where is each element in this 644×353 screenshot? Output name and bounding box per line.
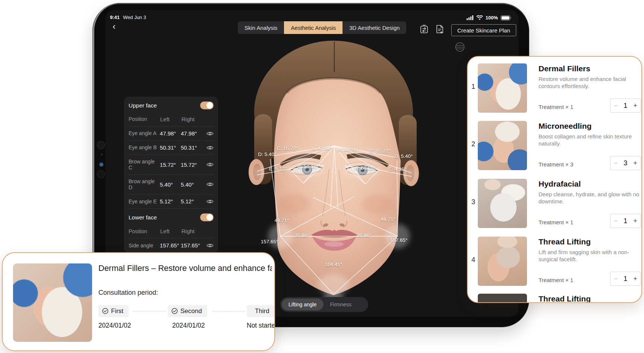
col-right: Right: [181, 116, 208, 122]
treatment-name: Hydrafacial: [539, 179, 581, 188]
minus-button[interactable]: −: [614, 102, 618, 110]
treatment-index: 3: [468, 198, 478, 206]
visibility-icon[interactable]: [206, 145, 214, 150]
minus-button[interactable]: −: [614, 159, 618, 167]
step-connector: [133, 311, 166, 312]
visibility-icon[interactable]: [206, 162, 214, 167]
row-left-value: 15.72°: [160, 162, 181, 168]
treatment-photo: [478, 121, 527, 170]
upper-table-header: Position Left Right: [129, 113, 214, 126]
minus-button[interactable]: −: [614, 275, 618, 283]
treatment-item[interactable]: 1 Dermal Fillers Restore volume and enha…: [468, 63, 642, 119]
tab-aesthetic-analysis[interactable]: Aesthetic Analysis: [284, 21, 342, 34]
plus-button[interactable]: +: [633, 217, 637, 225]
treatment-photo: [478, 179, 527, 228]
col-position: Position: [129, 116, 160, 122]
angle-label: C: 15.72°: [277, 146, 298, 151]
quantity-value: 1: [624, 275, 627, 283]
visibility-icon[interactable]: [206, 199, 214, 204]
row-right-value: 47.98°: [181, 130, 206, 137]
angle-label: D: 5.40°: [395, 153, 413, 159]
treatment-index: 4: [468, 256, 478, 264]
quantity-stepper: − 1 +: [610, 99, 641, 113]
face-mesh-toggle-icon[interactable]: [455, 42, 465, 52]
wifi-icon: [476, 15, 483, 20]
tab-firmness[interactable]: Firmness: [323, 299, 359, 310]
minus-button[interactable]: −: [614, 217, 618, 225]
page: 9:41 Wed Jun 3 100%: [0, 0, 644, 353]
row-label: Brow angle D: [129, 178, 160, 190]
analysis-tab-bar: Skin Analysis Aesthetic Analysis 3D Aest…: [238, 21, 406, 34]
period-step-second[interactable]: Second: [168, 305, 207, 317]
create-skincare-plan-button[interactable]: Create Skincare Plan: [451, 24, 516, 36]
table-row: Eye angle A 47.98° 47.98°: [129, 126, 214, 141]
row-left-value: 5.12°: [160, 198, 181, 204]
status-bar-left: 9:41 Wed Jun 3: [110, 15, 146, 20]
treatment-name: Microneedling: [539, 122, 591, 131]
lower-face-toggle[interactable]: [200, 213, 214, 221]
table-row: Brow angle C 15.72° 15.72°: [129, 155, 214, 175]
treatment-photo-large: [13, 263, 92, 342]
angle-label: A: 48.71°: [337, 147, 358, 153]
visibility-icon[interactable]: [206, 131, 214, 136]
treatment-item[interactable]: 3 Hydrafacial Deep cleanse, hydrate, and…: [468, 179, 642, 235]
angle-label: 48.71°: [274, 218, 289, 223]
treatment-description: Lift and firm sagging skin with a non-su…: [539, 249, 641, 263]
col-left: Left: [160, 228, 181, 234]
col-right: Right: [181, 228, 208, 234]
cellular-signal-icon: [467, 15, 474, 20]
treatment-photo: [478, 63, 527, 113]
compare-report-icon[interactable]: [419, 24, 429, 34]
treatment-name: Thread Lifting: [539, 237, 591, 246]
overlay-mode-tabs: Lifting angle Firmness: [280, 297, 368, 312]
row-label: Brow angle C: [129, 159, 160, 171]
tab-skin-analysis[interactable]: Skin Analysis: [238, 21, 284, 34]
period-date: 2024/01/02: [98, 322, 131, 329]
clock: 9:41: [110, 15, 120, 20]
plus-button[interactable]: +: [633, 275, 637, 283]
front-camera-lens-2: [97, 170, 105, 178]
sensor-dot: [101, 153, 103, 156]
angle-label: 157.65°: [390, 237, 408, 243]
table-row: Eye angle B 50.31° 50.31°: [129, 141, 214, 155]
row-left-value: 50.31°: [160, 144, 181, 151]
angle-label: B: 50.59°: [355, 165, 376, 171]
date: Wed Jun 3: [123, 15, 146, 20]
treatment-session-label: Treatment × 1: [539, 104, 573, 110]
step-connector: [212, 311, 245, 312]
tab-lifting-angle[interactable]: Lifting angle: [282, 299, 323, 310]
consultation-detail-card: Dermal Fillers – Restore volume and enha…: [2, 252, 275, 351]
quantity-value: 1: [624, 217, 627, 225]
row-left-value: 47.98°: [160, 130, 181, 137]
period-step-label: First: [111, 307, 123, 315]
back-button[interactable]: ‹: [109, 22, 119, 32]
treatment-item[interactable]: 2 Microneedling Boost collagen and refin…: [468, 121, 642, 177]
treatment-name: Thread Lifting: [539, 294, 591, 303]
quantity-stepper: − 1 +: [610, 272, 641, 286]
consultation-period-label: Consultation period:: [98, 289, 158, 297]
visibility-icon[interactable]: [206, 243, 214, 248]
treatment-item[interactable]: Thread Lifting: [468, 294, 642, 303]
visibility-icon[interactable]: [206, 182, 214, 187]
check-circle-icon: [171, 308, 178, 314]
tab-3d-aesthetic-design[interactable]: 3D Aesthetic Design: [342, 21, 406, 34]
upper-face-toggle[interactable]: [200, 101, 214, 109]
front-camera-lens: [97, 141, 105, 149]
plus-button[interactable]: +: [633, 159, 637, 167]
treatment-plan-card: 1 Dermal Fillers Restore volume and enha…: [467, 56, 642, 303]
lower-face-title: Lower face: [129, 214, 157, 221]
treatment-description: Boost collagen and refine skin texture n…: [539, 133, 641, 147]
camera-indicator-dot: [100, 163, 103, 166]
period-step-first[interactable]: First: [98, 305, 129, 317]
plus-button[interactable]: +: [633, 101, 637, 110]
export-report-icon[interactable]: [435, 24, 445, 34]
period-date: Not started: [247, 322, 275, 329]
quantity-value: 1: [624, 102, 627, 110]
row-left-value: 5.40°: [160, 181, 181, 188]
angle-label: A: 47.98°: [312, 146, 332, 151]
treatment-index: 1: [468, 83, 478, 91]
treatment-item[interactable]: 4 Thread Lifting Lift and firm sagging s…: [468, 237, 642, 293]
period-step-third[interactable]: Third: [247, 305, 275, 317]
angle-label: E: 5.12°: [269, 166, 287, 172]
battery-icon: [501, 15, 512, 21]
